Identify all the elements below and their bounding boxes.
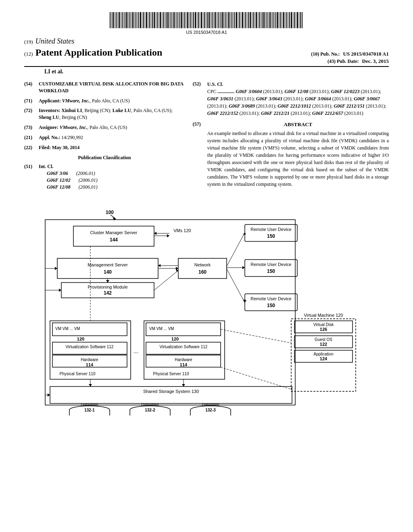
- svg-marker-170: [182, 384, 185, 387]
- dots-sep: ...: [133, 348, 138, 354]
- section-57: (57) ABSTRACT An example method to alloc…: [193, 121, 389, 188]
- section-21: (21) Appl. No.: 14/290,992: [24, 134, 185, 141]
- s54-title: CUSTOMIZABLE VIRTUAL DISK ALLOCATION FOR…: [39, 81, 185, 94]
- svg-rect-1: [111, 12, 112, 28]
- svg-rect-77: [227, 12, 227, 28]
- svg-rect-18: [137, 12, 138, 28]
- int-cl-codes: G06F 3/06 (2006.01) G06F 12/02 (2006.01)…: [47, 170, 185, 190]
- svg-rect-73: [221, 12, 221, 28]
- ds3-num: 132-3: [205, 408, 216, 412]
- vms-top-label: VMs 120: [173, 228, 191, 233]
- s57-content: ABSTRACT An example method to allocate a…: [207, 121, 389, 188]
- svg-rect-110: [277, 12, 278, 28]
- svg-rect-104: [268, 12, 269, 28]
- remote-dev2-label: Remote User Device: [250, 262, 291, 267]
- svg-rect-97: [258, 12, 258, 28]
- fig-label: 100: [106, 210, 114, 215]
- pub-number-top: US 20150347018 A1: [24, 30, 389, 35]
- svg-marker-134: [154, 232, 156, 235]
- svg-rect-25: [148, 12, 148, 28]
- s21-val: 14/290,992: [61, 135, 83, 140]
- cpc-code7: G06F 3/0667: [354, 96, 380, 102]
- svg-rect-82: [234, 12, 235, 28]
- right-column: (52) U.S. Cl. CPC .............. G06F 3/…: [193, 81, 389, 194]
- svg-rect-55: [193, 12, 194, 28]
- svg-rect-64: [207, 12, 208, 28]
- svg-rect-81: [233, 12, 234, 28]
- svg-rect-113: [282, 12, 282, 28]
- code-2: G06F 12/02: [47, 177, 71, 184]
- app-num: (12): [24, 51, 33, 57]
- svg-rect-30: [156, 12, 156, 28]
- svg-rect-130: [73, 226, 154, 246]
- svg-marker-132: [167, 234, 169, 237]
- svg-rect-39: [169, 12, 170, 28]
- svg-rect-27: [151, 12, 151, 28]
- svg-rect-112: [280, 12, 281, 28]
- svg-rect-42: [173, 12, 175, 28]
- svg-rect-88: [244, 12, 244, 28]
- svg-rect-65: [209, 12, 210, 28]
- diagram-svg: 100 Cluster Manager Server 144 VMs 120 M…: [25, 202, 388, 416]
- svg-rect-114: [283, 12, 284, 28]
- ps2-vm-num: 120: [171, 337, 179, 341]
- abstract-title: ABSTRACT: [207, 121, 389, 128]
- svg-rect-123: [297, 12, 298, 28]
- cluster-mgr-num: 144: [110, 237, 118, 243]
- barcode-area: [24, 8, 389, 30]
- svg-rect-71: [218, 12, 219, 28]
- svg-rect-120: [293, 12, 293, 28]
- svg-rect-35: [163, 12, 164, 28]
- svg-rect-26: [149, 12, 150, 28]
- ps1-vm-row: VM VM ... VM: [55, 326, 80, 331]
- svg-rect-52: [189, 12, 190, 28]
- svg-rect-95: [254, 12, 255, 28]
- svg-rect-4: [116, 12, 117, 28]
- vd-num: 126: [320, 327, 327, 332]
- svg-rect-34: [162, 12, 162, 28]
- code-date-3: (2006.01): [79, 184, 98, 191]
- svg-rect-76: [225, 12, 226, 28]
- svg-rect-49: [184, 12, 185, 28]
- svg-rect-61: [203, 12, 203, 28]
- section-73: (73) Assignee: VMware, Inc., Palo Alto, …: [24, 124, 185, 131]
- svg-rect-79: [230, 12, 231, 28]
- s22-num: (22): [24, 144, 35, 151]
- ps1-hw-num: 114: [86, 362, 94, 367]
- cpc-code13: G06F 2212/657: [312, 110, 343, 116]
- svg-rect-92: [250, 12, 251, 28]
- s57-num: (57): [193, 121, 204, 188]
- s21-num: (21): [24, 134, 35, 141]
- svg-rect-60: [201, 12, 202, 28]
- svg-rect-58: [198, 12, 199, 28]
- svg-rect-63: [206, 12, 206, 28]
- cpc-code6: G06F 3/0664: [305, 96, 331, 102]
- country-name: United States: [35, 37, 75, 46]
- svg-rect-33: [160, 12, 161, 28]
- section-52: (52) U.S. Cl. CPC .............. G06F 3/…: [193, 81, 389, 117]
- diagram-section: 100 Cluster Manager Server 144 VMs 120 M…: [24, 202, 389, 416]
- code-date-2: (2006.01): [79, 177, 98, 184]
- svg-rect-68: [213, 12, 214, 28]
- code-line-2: G06F 12/02 (2006.01): [47, 177, 185, 184]
- svg-marker-168: [89, 384, 92, 387]
- svg-rect-117: [288, 12, 288, 28]
- svg-rect-11: [126, 12, 127, 28]
- patent-app-pub: Patent Application Publication: [35, 47, 163, 58]
- svg-rect-20: [140, 12, 141, 28]
- svg-rect-74: [222, 12, 223, 28]
- section-72: (72) Inventors: Xinhui LI, Beijing (CN);…: [24, 107, 185, 121]
- svg-rect-67: [212, 12, 213, 28]
- ds2-num: 132-2: [145, 408, 155, 412]
- svg-rect-125: [300, 12, 301, 28]
- svg-rect-89: [245, 12, 246, 28]
- cpc-code12: G06F 2212/21: [261, 110, 290, 116]
- remote-dev3-label: Remote User Device: [250, 296, 291, 301]
- svg-rect-17: [136, 12, 136, 28]
- svg-rect-24: [146, 12, 147, 28]
- svg-rect-22: [143, 12, 144, 28]
- svg-rect-28: [152, 12, 153, 28]
- svg-rect-40: [171, 12, 171, 28]
- svg-marker-156: [242, 266, 245, 269]
- svg-marker-140: [55, 267, 57, 270]
